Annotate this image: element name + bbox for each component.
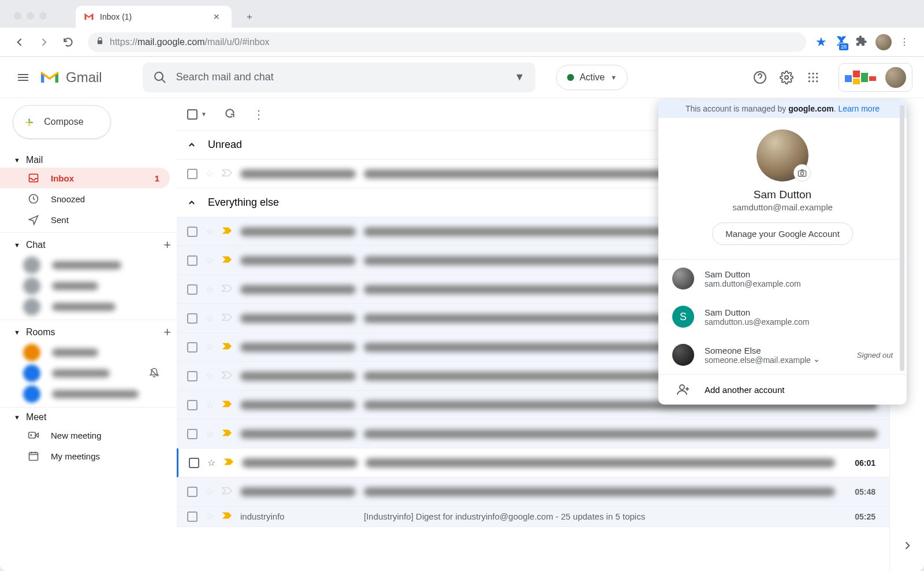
support-icon[interactable] xyxy=(753,71,767,84)
meet-section-header[interactable]: ▼ Meet xyxy=(0,410,177,425)
extension-badge-icon[interactable]: 28 xyxy=(835,35,848,50)
importance-icon[interactable] xyxy=(222,313,232,324)
room-item[interactable] xyxy=(0,384,170,405)
add-chat-icon[interactable]: + xyxy=(163,238,171,253)
back-button[interactable] xyxy=(9,32,30,53)
room-item[interactable] xyxy=(0,342,170,363)
row-checkbox[interactable] xyxy=(187,227,198,237)
star-icon[interactable]: ☆ xyxy=(206,284,214,295)
compose-button[interactable]: + Compose xyxy=(13,105,111,139)
sidebar-item-inbox[interactable]: Inbox 1 xyxy=(0,168,170,188)
star-icon[interactable]: ☆ xyxy=(206,255,214,266)
sidebar-item-my-meetings[interactable]: My meetings xyxy=(0,446,170,466)
reload-button[interactable] xyxy=(58,32,79,53)
account-avatar[interactable] xyxy=(885,67,906,88)
importance-icon[interactable] xyxy=(222,371,232,381)
importance-icon[interactable] xyxy=(222,511,232,522)
bookmark-star-icon[interactable]: ★ xyxy=(815,35,827,50)
new-tab-button[interactable]: ＋ xyxy=(241,8,258,25)
room-item[interactable] xyxy=(0,363,170,384)
importance-icon[interactable] xyxy=(222,429,232,439)
expand-panel-icon[interactable] xyxy=(901,540,913,554)
importance-icon[interactable] xyxy=(222,400,232,410)
org-brand-box[interactable] xyxy=(839,63,912,92)
send-icon xyxy=(28,214,39,225)
more-menu-icon[interactable]: ⋮ xyxy=(253,107,264,121)
status-selector[interactable]: Active ▼ xyxy=(556,65,628,90)
star-icon[interactable]: ☆ xyxy=(206,226,214,237)
importance-icon[interactable] xyxy=(222,255,232,266)
star-icon[interactable]: ☆ xyxy=(206,168,214,179)
email-row[interactable]: ☆05:48 xyxy=(177,477,889,506)
rooms-section-header[interactable]: ▼ Rooms + xyxy=(0,322,177,342)
row-checkbox[interactable] xyxy=(187,284,198,295)
close-window[interactable] xyxy=(14,12,21,20)
extensions-icon[interactable] xyxy=(856,35,867,49)
search-bar[interactable]: Search mail and chat ▼ xyxy=(143,62,535,92)
browser-toolbar: https://mail.google.com/mail/u/0/#inbox … xyxy=(0,28,924,57)
star-icon[interactable]: ☆ xyxy=(206,342,214,353)
email-row-selected[interactable]: ☆06:01 xyxy=(177,448,889,477)
importance-icon[interactable] xyxy=(223,458,234,468)
row-checkbox[interactable] xyxy=(187,429,198,439)
manage-account-button[interactable]: Manage your Google Account xyxy=(712,223,853,245)
row-checkbox[interactable] xyxy=(187,400,198,410)
chat-contact[interactable] xyxy=(0,255,170,276)
svg-point-10 xyxy=(816,80,818,82)
browser-menu-icon[interactable]: ⋮ xyxy=(900,36,909,47)
sidebar-item-sent[interactable]: Sent xyxy=(0,209,170,230)
camera-icon[interactable] xyxy=(793,164,811,181)
importance-icon[interactable] xyxy=(222,227,232,237)
email-row[interactable]: ☆ xyxy=(177,420,889,448)
star-icon[interactable]: ☆ xyxy=(206,399,214,410)
importance-icon[interactable] xyxy=(222,487,232,497)
main-menu-button[interactable] xyxy=(9,64,37,91)
row-checkbox[interactable] xyxy=(187,169,198,179)
account-option[interactable]: S Sam Duttonsamdutton.us@example.com xyxy=(658,298,907,336)
star-icon[interactable]: ☆ xyxy=(206,370,214,381)
row-checkbox[interactable] xyxy=(187,371,198,381)
browser-tab[interactable]: Inbox (1) ✕ xyxy=(76,6,232,28)
account-option[interactable]: Sam Duttonsam.dutton@example.com xyxy=(658,259,907,298)
add-account-button[interactable]: Add another account xyxy=(658,374,907,405)
sidebar-item-new-meeting[interactable]: New meeting xyxy=(0,425,170,446)
star-icon[interactable]: ☆ xyxy=(206,486,214,497)
account-avatar-large[interactable] xyxy=(757,129,808,181)
address-bar[interactable]: https://mail.google.com/mail/u/0/#inbox xyxy=(88,32,806,52)
star-icon[interactable]: ☆ xyxy=(206,511,214,522)
add-room-icon[interactable]: + xyxy=(163,325,171,340)
maximize-window[interactable] xyxy=(39,12,47,20)
account-option[interactable]: Someone Elsesomeone.else@mail.example Si… xyxy=(658,336,907,374)
row-checkbox[interactable] xyxy=(187,313,198,324)
importance-icon[interactable] xyxy=(222,342,232,353)
star-icon[interactable]: ☆ xyxy=(207,457,215,468)
select-all-checkbox[interactable]: ▼ xyxy=(187,109,207,120)
importance-icon[interactable] xyxy=(222,284,232,295)
star-icon[interactable]: ☆ xyxy=(206,428,214,439)
window-controls[interactable] xyxy=(14,12,47,20)
star-icon[interactable]: ☆ xyxy=(206,313,214,324)
forward-button[interactable] xyxy=(33,32,54,53)
refresh-button[interactable] xyxy=(224,107,236,121)
chat-section-header[interactable]: ▼ Chat + xyxy=(0,235,177,255)
row-checkbox[interactable] xyxy=(189,458,199,468)
mail-section-header[interactable]: ▼ Mail xyxy=(0,153,177,168)
minimize-window[interactable] xyxy=(27,12,34,20)
learn-more-link[interactable]: Learn more xyxy=(838,104,880,113)
search-options-icon[interactable]: ▼ xyxy=(515,71,525,83)
sidebar-item-snoozed[interactable]: Snoozed xyxy=(0,188,170,209)
row-checkbox[interactable] xyxy=(187,511,198,522)
gmail-logo[interactable]: Gmail xyxy=(39,69,102,86)
row-checkbox[interactable] xyxy=(187,255,198,266)
chat-contact[interactable] xyxy=(0,276,170,296)
apps-grid-icon[interactable] xyxy=(806,71,820,84)
row-checkbox[interactable] xyxy=(187,487,198,497)
browser-profile-avatar[interactable] xyxy=(875,34,892,50)
row-checkbox[interactable] xyxy=(187,342,198,353)
close-tab-icon[interactable]: ✕ xyxy=(213,12,223,21)
settings-icon[interactable] xyxy=(780,71,793,84)
importance-icon[interactable] xyxy=(222,169,232,179)
email-row[interactable]: ☆industryinfo[Industryinfo] Digest for i… xyxy=(177,506,889,527)
scrollbar[interactable] xyxy=(900,105,904,371)
chat-contact[interactable] xyxy=(0,296,170,317)
